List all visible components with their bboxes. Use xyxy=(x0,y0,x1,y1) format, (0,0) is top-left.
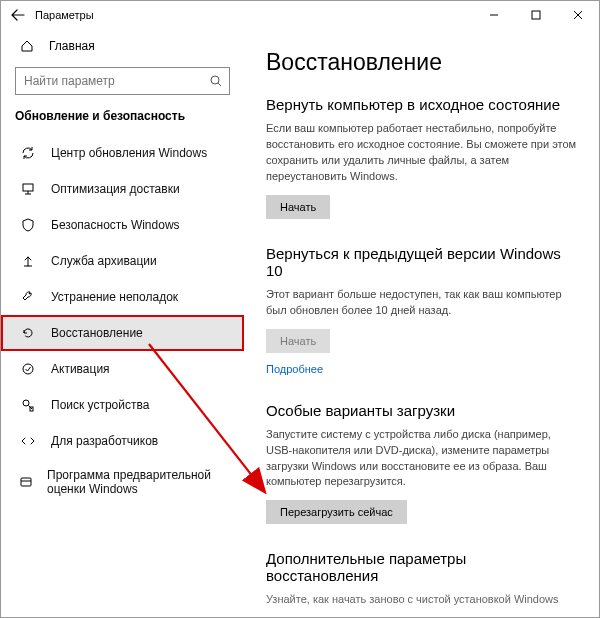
insider-icon xyxy=(19,474,33,490)
sidebar-item-label: Центр обновления Windows xyxy=(51,146,207,160)
shield-icon xyxy=(19,217,37,233)
sidebar-item-find-my-device[interactable]: Поиск устройства xyxy=(1,387,244,423)
maximize-icon xyxy=(531,10,541,20)
section-advanced-startup: Особые варианты загрузки Запустите систе… xyxy=(266,402,577,525)
close-icon xyxy=(573,10,583,20)
svg-point-2 xyxy=(211,76,219,84)
search-icon xyxy=(203,74,229,88)
minimize-button[interactable] xyxy=(473,1,515,29)
sidebar-item-label: Устранение неполадок xyxy=(51,290,178,304)
search-box[interactable] xyxy=(15,67,230,95)
sidebar-item-label: Для разработчиков xyxy=(51,434,158,448)
sidebar-item-troubleshoot[interactable]: Устранение неполадок xyxy=(1,279,244,315)
activation-icon xyxy=(19,361,37,377)
svg-rect-1 xyxy=(532,11,540,19)
sidebar-item-recovery[interactable]: Восстановление xyxy=(1,315,244,351)
sidebar-item-windows-security[interactable]: Безопасность Windows xyxy=(1,207,244,243)
home-label: Главная xyxy=(49,39,95,53)
settings-window: Параметры Главная xyxy=(0,0,600,618)
section-description: Этот вариант больше недоступен, так как … xyxy=(266,287,577,319)
window-title: Параметры xyxy=(35,9,94,21)
svg-line-3 xyxy=(218,83,221,86)
section-more-recovery: Дополнительные параметры восстановления … xyxy=(266,550,577,608)
sidebar-item-label: Оптимизация доставки xyxy=(51,182,180,196)
svg-rect-4 xyxy=(23,184,33,191)
sidebar-item-backup[interactable]: Служба архивации xyxy=(1,243,244,279)
content-area: Восстановление Вернуть компьютер в исход… xyxy=(244,29,599,617)
backup-icon xyxy=(19,253,37,269)
sidebar-item-for-developers[interactable]: Для разработчиков xyxy=(1,423,244,459)
section-description: Запустите систему с устройства либо диск… xyxy=(266,427,577,491)
section-go-back: Вернуться к предыдущей версии Windows 10… xyxy=(266,245,577,376)
svg-point-6 xyxy=(23,364,33,374)
sidebar-item-label: Активация xyxy=(51,362,110,376)
back-arrow-icon xyxy=(11,8,25,22)
sidebar-nav: Центр обновления Windows Оптимизация дос… xyxy=(1,135,244,505)
section-heading: Особые варианты загрузки xyxy=(266,402,577,419)
find-device-icon xyxy=(19,397,37,413)
goback-more-link[interactable]: Подробнее xyxy=(266,363,323,375)
titlebar: Параметры xyxy=(1,1,599,29)
sidebar-item-windows-update[interactable]: Центр обновления Windows xyxy=(1,135,244,171)
sidebar-item-label: Восстановление xyxy=(51,326,143,340)
section-heading: Дополнительные параметры восстановления xyxy=(266,550,577,584)
sidebar-item-label: Поиск устройства xyxy=(51,398,149,412)
reset-start-button[interactable]: Начать xyxy=(266,195,330,219)
section-description: Если ваш компьютер работает нестабильно,… xyxy=(266,121,577,185)
sidebar-item-activation[interactable]: Активация xyxy=(1,351,244,387)
svg-rect-10 xyxy=(21,478,31,486)
wrench-icon xyxy=(19,289,37,305)
restart-now-button[interactable]: Перезагрузить сейчас xyxy=(266,500,407,524)
sidebar-group-title: Обновление и безопасность xyxy=(1,105,244,135)
minimize-icon xyxy=(489,10,499,20)
delivery-icon xyxy=(19,181,37,197)
sidebar-item-label: Программа предварительной оценки Windows xyxy=(47,468,244,497)
sidebar-item-delivery-optimization[interactable]: Оптимизация доставки xyxy=(1,171,244,207)
sidebar-item-label: Служба архивации xyxy=(51,254,157,268)
section-description: Узнайте, как начать заново с чистой уста… xyxy=(266,592,577,608)
section-heading: Вернуть компьютер в исходное состояние xyxy=(266,96,577,113)
sidebar: Главная Обновление и безопасность Центр … xyxy=(1,29,244,617)
sidebar-item-label: Безопасность Windows xyxy=(51,218,180,232)
search-input[interactable] xyxy=(16,74,203,88)
close-button[interactable] xyxy=(557,1,599,29)
svg-point-7 xyxy=(23,400,29,406)
back-button[interactable] xyxy=(7,4,29,26)
sidebar-item-insider-program[interactable]: Программа предварительной оценки Windows xyxy=(1,459,244,505)
section-heading: Вернуться к предыдущей версии Windows 10 xyxy=(266,245,577,279)
goback-start-button: Начать xyxy=(266,329,330,353)
section-reset-pc: Вернуть компьютер в исходное состояние Е… xyxy=(266,96,577,219)
page-title: Восстановление xyxy=(266,49,577,76)
developer-icon xyxy=(19,433,37,449)
recovery-icon xyxy=(19,325,37,341)
update-icon xyxy=(19,145,37,161)
maximize-button[interactable] xyxy=(515,1,557,29)
window-controls xyxy=(473,1,599,29)
home-link[interactable]: Главная xyxy=(1,29,244,63)
home-icon xyxy=(17,38,37,54)
